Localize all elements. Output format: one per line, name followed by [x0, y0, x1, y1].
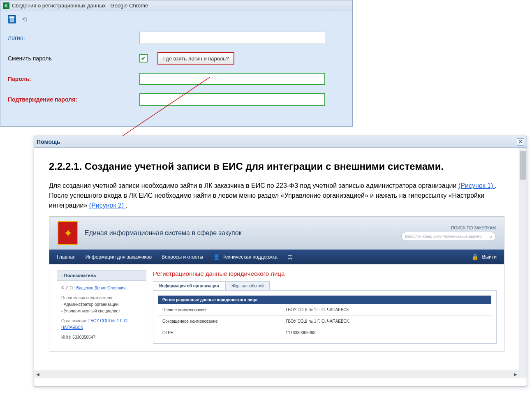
eis-content: Регистрационные данные юридического лица…: [153, 270, 497, 345]
help-body: 2.2.2.1. Создание учетной записи в ЕИС д…: [34, 148, 527, 378]
sidebar-user-body: Ф.И.О.: Ващенко Денис Олегович Полномочи…: [57, 281, 146, 345]
data-label: Полное наименование: [162, 307, 286, 312]
sidebar-user-header[interactable]: - Пользователь: [57, 270, 146, 281]
scrollbar-horizontal[interactable]: ◀ ▶: [34, 370, 519, 378]
eis-nav: Главная Информация для заказчиков Вопрос…: [49, 250, 504, 264]
help-text-3: .: [126, 202, 127, 209]
nav-exit-label: Выйти: [482, 254, 497, 260]
figure-1-link[interactable]: (Рисунок 1): [458, 182, 495, 189]
nav-info[interactable]: Информация для заказчиков: [86, 254, 152, 260]
eis-main: - Пользователь Ф.И.О.: Ващенко Денис Оле…: [49, 264, 504, 351]
save-icon[interactable]: [8, 15, 16, 23]
scroll-right-icon[interactable]: ▶: [512, 370, 519, 378]
figure-2-link[interactable]: (Рисунок 2): [89, 202, 126, 209]
nav-exit[interactable]: 🔒 Выйти: [472, 254, 497, 260]
change-password-label: Сменить пароль: [8, 55, 139, 62]
password-input[interactable]: [139, 73, 325, 85]
search-icon: ⌕: [489, 234, 492, 239]
data-label: Сокращенное наименование: [162, 319, 286, 324]
perm-1: - Администратор организации: [61, 301, 142, 308]
eis-emblem-icon: ✦: [58, 221, 78, 245]
eis-content-title: Регистрационные данные юридического лица: [153, 270, 497, 277]
perm-2: - Уполномоченный специалист: [61, 308, 142, 314]
help-heading: 2.2.2.1. Создание учетной записи в ЕИС д…: [49, 160, 504, 173]
support-icon: 👤: [213, 254, 220, 260]
eis-sidebar: - Пользователь Ф.И.О.: Ващенко Денис Оле…: [57, 270, 146, 345]
login-input[interactable]: [139, 32, 325, 44]
eis-search-placeholder: Введите номер либо наименование закупки: [405, 234, 482, 238]
toolbar: ⟲: [8, 15, 345, 23]
form-body: ⟲ Логин: Сменить пароль ✔ Где взять логи…: [0, 11, 352, 126]
perm-label: Полномочия пользователя:: [61, 295, 142, 301]
data-row: Сокращенное наименование ГБОУ СОШ № 1 Г.…: [158, 316, 491, 327]
eis-search-area: ПОИСК ПО ЗАКУПКАМ Введите номер либо наи…: [401, 226, 496, 241]
data-row: ОГРН 1116330005098: [158, 327, 491, 338]
tab-org-info[interactable]: Информация об организации: [153, 281, 225, 290]
fio-link[interactable]: Ващенко Денис Олегович: [76, 286, 125, 290]
help-titlebar: Помощь ✕: [34, 136, 527, 148]
data-value: 1116330005098: [286, 331, 487, 335]
nav-support[interactable]: 👤 Техническая поддержка: [213, 254, 278, 260]
app-icon: K: [3, 2, 9, 9]
org-label: Организация:: [61, 319, 88, 323]
where-login-password-button[interactable]: Где взять логин и пароль?: [157, 52, 234, 65]
fio-label: Ф.И.О.:: [61, 286, 76, 290]
nav-main[interactable]: Главная: [57, 254, 76, 260]
help-content: 2.2.2.1. Создание учетной записи в ЕИС д…: [34, 148, 519, 370]
help-window: Помощь ✕ 2.2.2.1. Создание учетной запис…: [34, 136, 527, 386]
help-title: Помощь: [37, 139, 60, 145]
help-paragraph: Для создания учетной записи необходимо з…: [49, 181, 504, 210]
confirm-password-input[interactable]: [139, 93, 325, 106]
inn-text: ИНН: 6330050547: [61, 334, 142, 341]
refresh-icon[interactable]: ⟲: [20, 15, 28, 23]
eis-header: ✦ Единая информационная система в сфере …: [49, 217, 504, 250]
scrollbar-vertical[interactable]: [519, 148, 527, 378]
scroll-thumb[interactable]: [520, 151, 526, 180]
check-icon: ✔: [141, 55, 146, 62]
data-row: Полное наименование ГБОУ СОШ № 1 Г. О. Ч…: [158, 304, 491, 316]
book-icon[interactable]: 🕮: [287, 254, 293, 260]
eis-screenshot: ✦ Единая информационная система в сфере …: [49, 216, 504, 351]
tab-event-log[interactable]: Журнал событий: [225, 281, 270, 290]
help-text-1: Для создания учетной записи необходимо з…: [49, 182, 458, 189]
confirm-password-label: Подтверждение пароля:: [8, 96, 139, 103]
eis-header-title: Единая информационная система в сфере за…: [85, 229, 242, 237]
eis-tabs: Информация об организации Журнал событий: [153, 281, 497, 291]
eis-panel: Регистрационные данные юридического лица…: [153, 291, 497, 344]
data-value: ГБОУ СОШ № 1 Г. О. ЧАПАЕВСК: [286, 319, 487, 324]
data-label: ОГРН: [162, 331, 286, 335]
eis-search-label: ПОИСК ПО ЗАКУПКАМ: [401, 226, 496, 230]
nav-faq[interactable]: Вопросы и ответы: [162, 254, 203, 260]
close-icon[interactable]: ✕: [517, 138, 524, 146]
window-title: Сведения о регистрационных данных - Goog…: [12, 2, 148, 9]
login-label: Логин:: [8, 35, 139, 41]
eis-panel-header: Регистрационные данные юридического лица: [158, 296, 491, 304]
lock-icon: 🔒: [472, 254, 479, 260]
registration-window: K Сведения о регистрационных данных - Go…: [0, 0, 353, 127]
window-titlebar: K Сведения о регистрационных данных - Go…: [0, 0, 352, 11]
scroll-left-icon[interactable]: ◀: [34, 370, 42, 378]
data-value: ГБОУ СОШ № 1 Г. О. ЧАПАЕВСК: [286, 307, 487, 312]
change-password-checkbox[interactable]: ✔: [139, 54, 148, 62]
password-label: Пароль:: [8, 76, 139, 82]
nav-support-label: Техническая поддержка: [222, 254, 278, 260]
eis-search-input[interactable]: Введите номер либо наименование закупки …: [401, 232, 496, 241]
